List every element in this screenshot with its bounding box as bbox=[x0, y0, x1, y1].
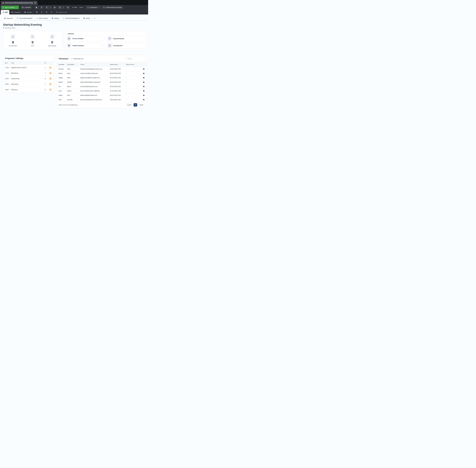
ribbon-bar: Edit Properties Versions Children Grid bbox=[0, 10, 148, 15]
locate-in-tree-button[interactable] bbox=[53, 6, 57, 9]
sliders-icon bbox=[11, 11, 13, 13]
program-item-button[interactable]: Programmpunkt bbox=[107, 36, 145, 41]
participant-row[interactable]: Philipp Hahn philipp.hahn@tech-founder.c… bbox=[56, 75, 147, 80]
bolt-icon bbox=[94, 17, 95, 19]
program-row[interactable]: 18:00 Hauptvortrag 8 0 bbox=[3, 76, 54, 81]
list-icon bbox=[4, 17, 6, 19]
invitations-filter[interactable]: Einladungen (12) bbox=[71, 58, 83, 59]
search-input[interactable] bbox=[126, 57, 145, 60]
tab-shortcut-bolt[interactable] bbox=[92, 16, 97, 20]
actions-card: Aktionen Person einladen Programmpunkt bbox=[64, 31, 147, 50]
rename-button[interactable] bbox=[40, 6, 44, 9]
list-lines-icon bbox=[108, 36, 112, 41]
reload-options-caret[interactable] bbox=[49, 6, 52, 9]
invite-person-button[interactable]: Person einladen bbox=[66, 36, 104, 41]
col-email[interactable]: E-MAIL bbox=[80, 64, 110, 65]
participant-row[interactable]: Miriam Stein miriam.stein@accelerator.de… bbox=[56, 71, 147, 75]
col-anmeldung[interactable]: ANMELDUNG bbox=[110, 64, 126, 65]
program-item-title: Networking bbox=[11, 83, 43, 85]
tab-edit[interactable]: Edit bbox=[1, 10, 9, 15]
pagination-page-1[interactable]: 1 bbox=[134, 103, 137, 107]
col-begleitung[interactable]: BEGLEITUNG bbox=[126, 64, 140, 65]
program-status-badge: 0 bbox=[49, 83, 52, 86]
program-row[interactable]: 17:30 Begrüßung 7 0 bbox=[3, 70, 54, 76]
children-grid-search[interactable]: Children Grid bbox=[54, 10, 69, 15]
upload-participants-button[interactable]: Teilnehmerliste hochladen bbox=[101, 6, 123, 9]
tab-veranstaltungsdaten[interactable]: Veranstaltungsdaten bbox=[15, 16, 34, 20]
tab-versions[interactable]: Versions bbox=[22, 10, 34, 15]
participants-footer: Zeige 1 bis 8 von 8 Ergebnissen Zurück 1… bbox=[56, 102, 147, 108]
unpublish-button[interactable]: Unpublish bbox=[20, 6, 32, 9]
folder-icon[interactable] bbox=[140, 68, 147, 70]
save-options-caret[interactable] bbox=[16, 6, 19, 9]
participant-row[interactable]: Kathrin Dietrich kathrin.dietrich@saas-s… bbox=[56, 80, 147, 84]
folder-icon[interactable] bbox=[140, 90, 147, 92]
schedule-button[interactable] bbox=[34, 10, 39, 15]
reload-button[interactable] bbox=[45, 6, 49, 9]
document-tab-title: Demo-Event-Startup-Networking-Evening bbox=[5, 2, 33, 4]
email-templates-label: E-Mail Templates bbox=[72, 45, 84, 46]
folder-icon[interactable] bbox=[140, 95, 147, 96]
info-options-caret[interactable] bbox=[62, 6, 65, 9]
folder-icon[interactable] bbox=[140, 77, 147, 78]
close-icon[interactable] bbox=[34, 2, 36, 4]
notes-button[interactable] bbox=[44, 10, 49, 15]
document-tab[interactable]: Demo-Event-Startup-Networking-Evening bbox=[1, 1, 38, 5]
program-row[interactable]: 19:00 Networking 7 0 bbox=[3, 81, 54, 87]
pagination-prev-button[interactable]: Zurück bbox=[126, 103, 133, 107]
participant-anmeldung: 03.02.2026 13:56 bbox=[110, 86, 126, 87]
col-vorname[interactable]: VORNAME bbox=[56, 64, 67, 65]
bookmark-button[interactable] bbox=[39, 10, 44, 15]
program-time: 17:00 bbox=[3, 67, 11, 68]
actions-title: Aktionen bbox=[68, 33, 74, 34]
tab-brand[interactable]: Brand bbox=[81, 16, 92, 20]
tab-quick-lookup[interactable]: Quick Lookup bbox=[34, 16, 50, 20]
object-type: Event bbox=[80, 7, 83, 8]
info-button[interactable] bbox=[58, 6, 62, 9]
save-publish-button[interactable]: Save & Publish bbox=[1, 6, 16, 9]
participant-email: fabian.pohl@incubator.com bbox=[80, 95, 110, 96]
registration-page-button[interactable]: Anmeldeseite bbox=[107, 43, 145, 48]
einladungen-checkbox[interactable] bbox=[71, 58, 72, 59]
tab-uebersicht[interactable]: Übersicht bbox=[2, 16, 15, 21]
folder-icon[interactable] bbox=[140, 81, 147, 83]
pagination-next-button[interactable]: Weiter bbox=[138, 103, 145, 107]
participant-row[interactable]: Fabian Pohl fabian.pohl@incubator.com 08… bbox=[56, 93, 147, 98]
participant-row[interactable]: Jana Schuster jana.schuster@founder-inst… bbox=[56, 98, 147, 102]
overview-row: 8 Anmeldungen 0 Intern 0 Abmeldungen bbox=[3, 31, 147, 50]
participant-row[interactable]: Tim Bauer tim.bauer@startup-hub.com 03.0… bbox=[56, 84, 147, 89]
folder-icon[interactable] bbox=[140, 99, 147, 100]
delete-button[interactable] bbox=[34, 6, 39, 9]
participant-vorname: Lena bbox=[56, 90, 67, 92]
tab-properties-label: Properties bbox=[14, 12, 20, 13]
main-toolbar: Save & Publish Unpublish ID bbox=[0, 5, 148, 10]
participant-anmeldung: 09.02.2026 13:56 bbox=[110, 99, 126, 101]
participant-email: lena.scholz@venture-capital.de bbox=[80, 90, 110, 92]
program-time: 19:00 bbox=[3, 83, 11, 85]
tab-mailing[interactable]: Mailing bbox=[50, 16, 61, 20]
chevron-down-icon bbox=[98, 7, 99, 8]
participant-nachname: Pohl bbox=[67, 95, 80, 96]
share-icon bbox=[67, 7, 69, 8]
participants-table-header: VORNAME NACHNAME E-MAIL ANMELDUNG BEGLEI… bbox=[56, 62, 147, 67]
share-button[interactable] bbox=[66, 6, 70, 9]
tab-properties[interactable]: Properties bbox=[9, 10, 22, 15]
folder-icon[interactable] bbox=[140, 73, 147, 74]
program-row[interactable]: 17:00 Registrierung & Check-in 7 0 bbox=[3, 65, 54, 70]
actions-grid: Person einladen Programmpunkt E-Mail Tem… bbox=[66, 36, 145, 48]
email-templates-button[interactable]: E-Mail Templates bbox=[66, 43, 104, 48]
program-title: Programm / Abfrage bbox=[5, 57, 52, 59]
program-status-badge: 0 bbox=[49, 88, 52, 91]
participant-row[interactable]: Lena Scholz lena.scholz@venture-capital.… bbox=[56, 89, 147, 93]
folder-icon[interactable] bbox=[140, 86, 147, 87]
program-item-title: Registrierung & Check-in bbox=[11, 67, 43, 68]
participant-row[interactable]: Dominik Kühn dominik.kuehn@angel-investo… bbox=[56, 67, 147, 71]
tags-button[interactable] bbox=[49, 10, 54, 15]
tab-terminal-management[interactable]: Terminal Management bbox=[61, 16, 81, 20]
object-id: ID 7080 bbox=[72, 7, 77, 8]
chevron-down-icon bbox=[101, 45, 103, 46]
program-row[interactable]: 20:00 Abschluss 8 0 bbox=[3, 87, 54, 92]
export-button[interactable]: Exportieren bbox=[86, 6, 101, 9]
col-nachname[interactable]: NACHNAME bbox=[67, 64, 80, 65]
participants-title: Teilnehmer bbox=[58, 58, 69, 60]
